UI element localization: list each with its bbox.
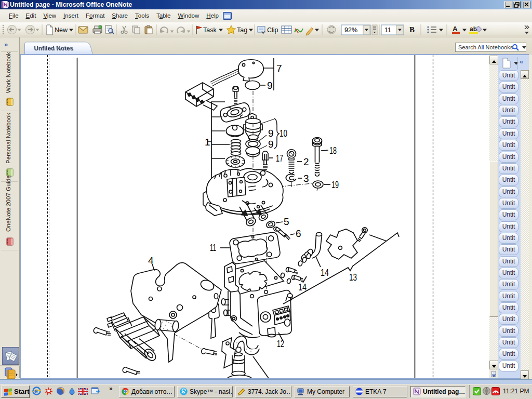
svg-text:9: 9: [268, 139, 274, 150]
svg-text:14: 14: [298, 282, 307, 293]
svg-text:7: 7: [276, 63, 282, 74]
svg-text:1: 1: [205, 137, 210, 148]
svg-text:3: 3: [303, 174, 309, 184]
svg-text:A: A: [453, 25, 458, 33]
svg-text:Clip: Clip: [267, 26, 278, 34]
svg-text:19: 19: [331, 180, 339, 191]
svg-text:2: 2: [303, 157, 309, 168]
svg-text:B: B: [409, 25, 415, 34]
svg-text:5: 5: [284, 217, 289, 228]
svg-text:Tag: Tag: [237, 26, 247, 34]
svg-text:11: 11: [384, 26, 391, 34]
svg-text:6: 6: [296, 229, 301, 240]
svg-text:ab: ab: [470, 25, 477, 33]
svg-text:14: 14: [321, 268, 329, 278]
svg-text:4: 4: [148, 256, 154, 267]
svg-text:12: 12: [277, 339, 284, 350]
svg-text:11: 11: [210, 243, 216, 254]
svg-text:18: 18: [329, 145, 337, 156]
svg-text:9: 9: [268, 128, 274, 139]
svg-text:13: 13: [349, 272, 357, 283]
svg-text:92%: 92%: [344, 26, 357, 34]
svg-text:9: 9: [267, 81, 273, 91]
svg-text:Task: Task: [203, 26, 217, 34]
svg-text:10: 10: [280, 128, 287, 139]
svg-text:17: 17: [276, 153, 283, 164]
svg-text:e: e: [34, 388, 38, 395]
svg-text:New: New: [55, 26, 68, 34]
